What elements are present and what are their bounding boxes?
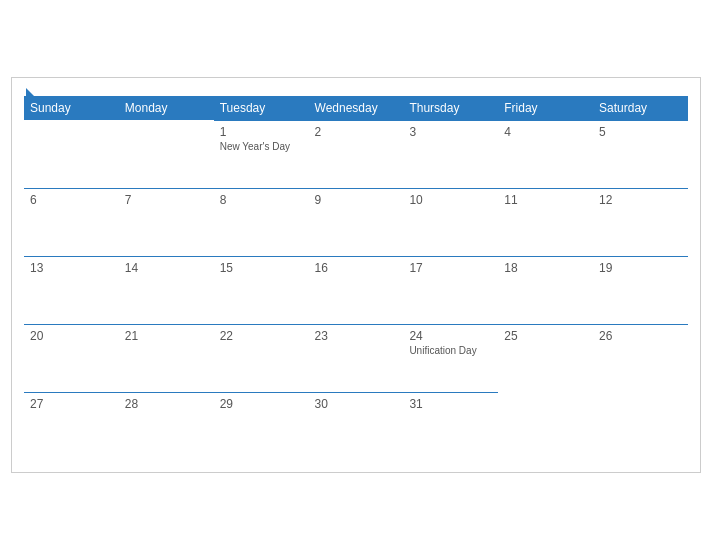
calendar-cell: [498, 392, 593, 460]
week-row-2: 13141516171819: [24, 256, 688, 324]
calendar: SundayMondayTuesdayWednesdayThursdayFrid…: [11, 77, 701, 474]
weekday-header-friday: Friday: [498, 96, 593, 121]
day-number: 5: [599, 125, 682, 139]
holiday-name: Unification Day: [409, 345, 492, 356]
calendar-cell: 13: [24, 256, 119, 324]
day-number: 10: [409, 193, 492, 207]
calendar-cell: 25: [498, 324, 593, 392]
calendar-cell: 21: [119, 324, 214, 392]
holiday-name: New Year's Day: [220, 141, 303, 152]
week-row-4: 2728293031: [24, 392, 688, 460]
calendar-cell: 11: [498, 188, 593, 256]
day-number: 7: [125, 193, 208, 207]
calendar-cell: 7: [119, 188, 214, 256]
calendar-cell: 24Unification Day: [403, 324, 498, 392]
calendar-cell: 1New Year's Day: [214, 120, 309, 188]
day-number: 16: [315, 261, 398, 275]
calendar-cell: 31: [403, 392, 498, 460]
day-number: 4: [504, 125, 587, 139]
day-number: 15: [220, 261, 303, 275]
day-number: 3: [409, 125, 492, 139]
day-number: 28: [125, 397, 208, 411]
calendar-cell: [593, 392, 688, 460]
day-number: 19: [599, 261, 682, 275]
day-number: 11: [504, 193, 587, 207]
day-number: 27: [30, 397, 113, 411]
day-number: 12: [599, 193, 682, 207]
calendar-cell: 29: [214, 392, 309, 460]
calendar-cell: 14: [119, 256, 214, 324]
week-row-1: 6789101112: [24, 188, 688, 256]
day-number: 1: [220, 125, 303, 139]
day-number: 2: [315, 125, 398, 139]
calendar-cell: 20: [24, 324, 119, 392]
week-row-3: 2021222324Unification Day2526: [24, 324, 688, 392]
calendar-cell: 28: [119, 392, 214, 460]
calendar-cell: 19: [593, 256, 688, 324]
day-number: 9: [315, 193, 398, 207]
day-number: 29: [220, 397, 303, 411]
day-number: 23: [315, 329, 398, 343]
weekday-header-monday: Monday: [119, 96, 214, 121]
calendar-cell: 10: [403, 188, 498, 256]
calendar-cell: 4: [498, 120, 593, 188]
calendar-cell: 26: [593, 324, 688, 392]
day-number: 18: [504, 261, 587, 275]
day-number: 22: [220, 329, 303, 343]
day-number: 17: [409, 261, 492, 275]
calendar-cell: 22: [214, 324, 309, 392]
calendar-cell: 8: [214, 188, 309, 256]
weekday-header-thursday: Thursday: [403, 96, 498, 121]
calendar-body: 1New Year's Day2345678910111213141516171…: [24, 120, 688, 460]
calendar-cell: 2: [309, 120, 404, 188]
day-number: 13: [30, 261, 113, 275]
calendar-cell: 15: [214, 256, 309, 324]
day-number: 14: [125, 261, 208, 275]
day-number: 6: [30, 193, 113, 207]
calendar-cell: [24, 120, 119, 188]
weekday-header-sunday: Sunday: [24, 96, 119, 121]
day-number: 24: [409, 329, 492, 343]
calendar-cell: 6: [24, 188, 119, 256]
day-number: 30: [315, 397, 398, 411]
weekday-header-wednesday: Wednesday: [309, 96, 404, 121]
calendar-cell: 9: [309, 188, 404, 256]
calendar-cell: 17: [403, 256, 498, 324]
calendar-weekdays-header: SundayMondayTuesdayWednesdayThursdayFrid…: [24, 96, 688, 121]
logo-triangle-icon: [26, 88, 36, 98]
calendar-cell: 16: [309, 256, 404, 324]
day-number: 31: [409, 397, 492, 411]
day-number: 20: [30, 329, 113, 343]
calendar-cell: 5: [593, 120, 688, 188]
calendar-cell: 12: [593, 188, 688, 256]
weekdays-row: SundayMondayTuesdayWednesdayThursdayFrid…: [24, 96, 688, 121]
weekday-header-tuesday: Tuesday: [214, 96, 309, 121]
day-number: 21: [125, 329, 208, 343]
calendar-cell: 27: [24, 392, 119, 460]
calendar-cell: 23: [309, 324, 404, 392]
weekday-header-saturday: Saturday: [593, 96, 688, 121]
day-number: 8: [220, 193, 303, 207]
calendar-cell: 3: [403, 120, 498, 188]
calendar-cell: 30: [309, 392, 404, 460]
calendar-grid: SundayMondayTuesdayWednesdayThursdayFrid…: [24, 96, 688, 461]
calendar-cell: 18: [498, 256, 593, 324]
week-row-0: 1New Year's Day2345: [24, 120, 688, 188]
day-number: 26: [599, 329, 682, 343]
day-number: 25: [504, 329, 587, 343]
calendar-cell: [119, 120, 214, 188]
